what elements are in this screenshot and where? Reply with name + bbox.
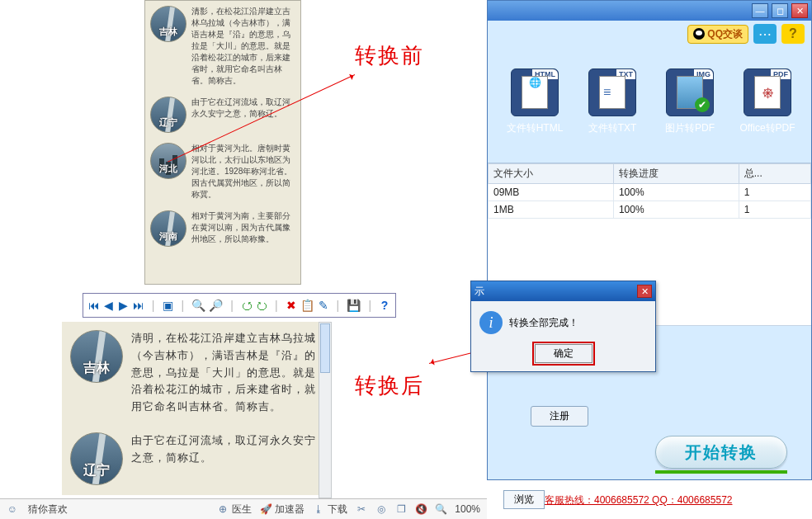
- col-progress[interactable]: 转换进度: [613, 164, 739, 184]
- edit-icon[interactable]: ✎: [318, 298, 329, 313]
- region-text: 由于它在辽河流域，取辽河永久安宁之意，简称辽。: [123, 432, 317, 485]
- tool-icon[interactable]: ✂: [356, 503, 367, 515]
- pdf-icon: ⎈: [754, 76, 781, 109]
- prev-page-icon[interactable]: ◀: [103, 298, 115, 313]
- minimize-button[interactable]: —: [752, 3, 768, 18]
- present-icon[interactable]: ▣: [163, 298, 174, 313]
- start-underline: [655, 470, 787, 474]
- dialog-ok-button[interactable]: 确定: [535, 344, 592, 363]
- next-page-icon[interactable]: ▶: [118, 298, 130, 313]
- mute-icon[interactable]: 🔇: [415, 503, 427, 515]
- delete-icon[interactable]: ✖: [286, 298, 297, 313]
- region-text: 清影，在松花江沿岸建立吉林乌拉城（今吉林市），满语吉林是『沿』的意思，乌拉是「大…: [186, 6, 295, 87]
- cell-progress: 100%: [613, 184, 739, 201]
- vertical-scrollbar[interactable]: [319, 322, 332, 498]
- qq-chat-button[interactable]: QQ交谈: [687, 25, 748, 44]
- capture-icon[interactable]: ◎: [375, 503, 387, 515]
- region-thumb-liaoning: 辽宁: [70, 432, 123, 485]
- doc-icon: [599, 76, 626, 109]
- start-convert-button[interactable]: 开始转换: [655, 436, 787, 469]
- cell-size: 09MB: [489, 184, 614, 201]
- completion-dialog: 示 ✕ i 转换全部完成！ 确定: [470, 281, 656, 372]
- like-icon[interactable]: ☺: [7, 503, 18, 515]
- region-label: 吉林: [71, 360, 122, 377]
- popup-icon[interactable]: ❐: [395, 503, 407, 515]
- dialog-titlebar: 示 ✕: [471, 281, 655, 301]
- download-label: 下载: [328, 502, 347, 517]
- doctor-icon: ⊕: [217, 503, 229, 515]
- window-titlebar: — ◻ ✕: [488, 1, 811, 21]
- cell-total: 1: [739, 184, 810, 201]
- zoom-value[interactable]: 100%: [455, 503, 480, 515]
- cell-total: 1: [739, 201, 810, 219]
- close-button[interactable]: ✕: [791, 3, 808, 18]
- rotate-right-icon[interactable]: ⭮: [256, 298, 267, 313]
- doctor-label: 医生: [232, 502, 252, 517]
- separator: |: [332, 298, 343, 313]
- table-header-row: 文件大小 转换进度 总...: [489, 164, 811, 184]
- action-label: 图片转PDF: [658, 121, 722, 135]
- info-icon: i: [479, 311, 503, 334]
- browse-button[interactable]: 浏览: [503, 490, 545, 509]
- like-label[interactable]: 猜你喜欢: [28, 502, 68, 517]
- table-row[interactable]: 09MB 100% 1: [489, 184, 811, 201]
- region-text: 相对于黄河为南，主要部分在黄河以南，因为古代属豫州地区，所以简称豫。: [186, 210, 295, 247]
- last-page-icon[interactable]: ⏭: [133, 298, 144, 313]
- zoom-in-icon[interactable]: 🔍: [191, 298, 205, 313]
- qq-penguin-icon: [693, 28, 705, 40]
- action-file-to-html[interactable]: HTML🌐 文件转HTML: [503, 68, 567, 135]
- region-entry: 河南 相对于黄河为南，主要部分在黄河以南，因为古代属豫州地区，所以简称豫。: [145, 205, 300, 252]
- download-button[interactable]: ⭳下载: [313, 502, 347, 517]
- top-shortcut-bar: QQ交谈 ⋯ ?: [687, 24, 805, 44]
- region-text: 清明，在松花江沿岸建立吉林乌拉城（今吉林市），满语吉林是『沿』的意思，乌拉是「大…: [123, 330, 317, 416]
- zoom-icon[interactable]: 🔍: [435, 503, 446, 515]
- table-row[interactable]: 1MB 100% 1: [489, 201, 811, 219]
- message-icon[interactable]: ⋯: [753, 24, 777, 44]
- col-size[interactable]: 文件大小: [489, 164, 614, 184]
- dialog-close-button[interactable]: ✕: [637, 285, 652, 298]
- browser-statusbar: ☺ 猜你喜欢 ⊕医生 🚀加速器 ⭳下载 ✂ ◎ ❐ 🔇 🔍 100%: [0, 498, 487, 519]
- region-entry: 吉林 清明，在松花江沿岸建立吉林乌拉城（今吉林市），满语吉林是『沿』的意思，乌拉…: [62, 322, 325, 424]
- action-label: 文件转HTML: [503, 121, 567, 135]
- register-button[interactable]: 注册: [531, 406, 588, 427]
- action-office-to-pdf[interactable]: PDF⎈ Office转PDF: [735, 68, 800, 135]
- separator: |: [148, 298, 159, 313]
- help-icon[interactable]: ?: [379, 298, 390, 313]
- copy-icon[interactable]: 📋: [300, 298, 314, 313]
- annotation-before: 转换前: [355, 41, 424, 70]
- separator: |: [364, 298, 375, 313]
- first-page-icon[interactable]: ⏮: [88, 298, 100, 313]
- hotline-link[interactable]: 客服热线：4006685572 QQ：4006685572: [545, 493, 732, 507]
- action-file-to-txt[interactable]: TXT 文件转TXT: [580, 68, 644, 135]
- region-thumb-jilin: 吉林: [70, 330, 123, 383]
- help-icon[interactable]: ?: [781, 24, 805, 44]
- region-entry: 河北 相对于黄河为北。唐朝时黄河以北，太行山以东地区为河北道。1928年称河北省…: [145, 138, 300, 205]
- scrollbar-thumb[interactable]: [320, 323, 330, 373]
- check-icon: ✔: [695, 97, 710, 112]
- maximize-button[interactable]: ◻: [772, 3, 788, 18]
- action-label: 文件转TXT: [580, 121, 644, 135]
- rocket-icon: 🚀: [260, 503, 271, 515]
- document-preview-before: 吉林 清影，在松花江沿岸建立吉林乌拉城（今吉林市），满语吉林是『沿』的意思，乌拉…: [144, 0, 301, 285]
- annotation-after: 转换后: [355, 371, 424, 400]
- region-label: 河北: [151, 163, 186, 175]
- separator: |: [271, 298, 282, 313]
- action-image-to-pdf[interactable]: IMG✔ 图片转PDF: [658, 68, 722, 135]
- region-thumb-liaoning: 辽宁: [150, 97, 186, 133]
- region-label: 河南: [151, 230, 186, 243]
- doctor-button[interactable]: ⊕医生: [217, 502, 252, 517]
- doc-icon: 🌐: [522, 76, 548, 109]
- dialog-message: 转换全部完成！: [509, 316, 578, 330]
- document-preview-after: 吉林 清明，在松花江沿岸建立吉林乌拉城（今吉林市），满语吉林是『沿』的意思，乌拉…: [62, 322, 326, 495]
- viewer-toolbar: ⏮ ◀ ▶ ⏭ | ▣ | 🔍 🔎 | ⭯ ⭮ | ✖ 📋 ✎ | 💾 | ?: [83, 293, 396, 318]
- col-total[interactable]: 总...: [739, 164, 810, 184]
- region-text: 相对于黄河为北。唐朝时黄河以北，太行山以东地区为河北道。1928年称河北省。因古…: [186, 143, 295, 201]
- region-entry: 辽宁 由于它在辽河流域，取辽河永久安宁之意，简称辽。: [145, 92, 300, 138]
- download-icon: ⭳: [313, 503, 324, 515]
- accelerator-button[interactable]: 🚀加速器: [260, 502, 304, 517]
- save-icon[interactable]: 💾: [347, 298, 361, 313]
- qq-chat-label: QQ交谈: [707, 27, 743, 41]
- region-entry: 吉林 清影，在松花江沿岸建立吉林乌拉城（今吉林市），满语吉林是『沿』的意思，乌拉…: [145, 1, 300, 92]
- rotate-left-icon[interactable]: ⭯: [241, 298, 253, 313]
- zoom-out-icon[interactable]: 🔎: [209, 298, 223, 313]
